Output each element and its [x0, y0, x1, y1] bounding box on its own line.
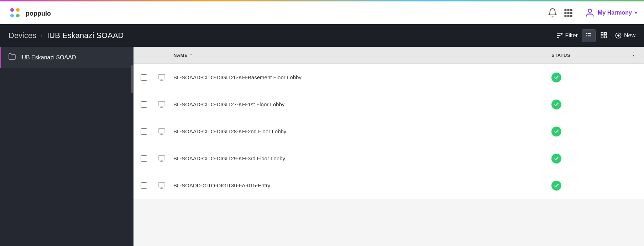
svg-rect-32 — [158, 74, 165, 79]
row-status-cell — [551, 127, 623, 137]
header-more-icon[interactable]: ⋮ — [630, 51, 637, 59]
breadcrumb-current: IUB Eskanazi SOAAD — [47, 31, 124, 40]
header-name-col[interactable]: NAME ↑ — [173, 52, 551, 58]
table-body: BL-SOAAD-CITO-DIGIT26-KH-Basement Floor … — [133, 64, 644, 199]
row-device-icon-cell — [158, 182, 173, 189]
row-checkbox[interactable] — [141, 74, 158, 81]
checkbox-input[interactable] — [141, 128, 147, 135]
checkmark-icon — [554, 75, 559, 80]
svg-point-2 — [10, 14, 14, 17]
svg-rect-12 — [567, 15, 570, 17]
table-row[interactable]: BL-SOAAD-CITO-DIGIT27-KH-1st Floor Lobby — [133, 91, 644, 118]
svg-rect-44 — [158, 182, 165, 187]
svg-point-18 — [561, 33, 562, 34]
sidebar: IUB Eskanazi SOAAD — [0, 47, 133, 246]
svg-rect-26 — [604, 32, 607, 34]
status-ok-icon — [551, 100, 561, 109]
device-icon — [158, 128, 166, 135]
breadcrumb-separator: › — [41, 32, 43, 39]
header-right: My Harmony ▾ — [548, 7, 637, 18]
checkbox-input[interactable] — [141, 74, 147, 81]
svg-rect-35 — [158, 101, 165, 106]
svg-rect-28 — [604, 36, 607, 38]
checkmark-icon — [554, 183, 559, 188]
row-status-cell — [551, 181, 623, 191]
svg-rect-8 — [564, 12, 566, 14]
grid-view-button[interactable] — [597, 29, 611, 42]
device-icon — [158, 101, 166, 108]
svg-point-1 — [16, 8, 20, 12]
main-header: poppulo My Harmony — [0, 1, 644, 24]
new-plus-icon — [615, 32, 622, 39]
breadcrumb: Devices › IUB Eskanazi SOAAD — [9, 31, 124, 40]
device-icon — [158, 182, 166, 189]
breadcrumb-parent[interactable]: Devices — [9, 31, 36, 40]
name-column-label: NAME — [173, 53, 188, 58]
svg-rect-9 — [567, 12, 570, 14]
checkbox-input[interactable] — [141, 101, 147, 108]
svg-rect-41 — [158, 155, 165, 160]
status-ok-icon — [551, 154, 561, 164]
checkbox-input[interactable] — [141, 182, 147, 189]
row-checkbox[interactable] — [141, 101, 158, 108]
status-ok-icon — [551, 181, 561, 191]
filter-icon — [556, 32, 563, 39]
sub-header: Devices › IUB Eskanazi SOAAD Filter — [0, 24, 644, 47]
row-checkbox[interactable] — [141, 128, 158, 135]
svg-rect-5 — [564, 9, 566, 11]
table-header: NAME ↑ STATUS ⋮ — [133, 47, 644, 64]
row-checkbox[interactable] — [141, 182, 158, 189]
notification-bell-icon[interactable] — [548, 8, 557, 18]
apps-grid-icon[interactable] — [563, 8, 573, 18]
row-checkbox[interactable] — [141, 155, 158, 162]
new-button[interactable]: New — [615, 32, 635, 39]
row-device-name: BL-SOADD-CITO-DIGIT30-FA-015-Entry — [173, 182, 551, 188]
row-device-icon-cell — [158, 74, 173, 81]
sort-asc-icon: ↑ — [190, 52, 193, 58]
list-view-icon — [585, 32, 592, 39]
row-device-name: BL-SOAAD-CITO-DIGIT28-KH-2nd Floor Lobby — [173, 128, 551, 134]
svg-rect-13 — [570, 15, 572, 17]
row-device-name: BL-SOAAD-CITO-DIGIT27-KH-1st Floor Lobby — [173, 101, 551, 107]
view-toggle — [582, 29, 611, 42]
sidebar-item-iub[interactable]: IUB Eskanazi SOAAD — [0, 47, 133, 68]
svg-rect-11 — [564, 15, 566, 17]
header-more-col: ⋮ — [623, 51, 637, 59]
sub-header-actions: Filter — [556, 29, 635, 42]
logo: poppulo — [7, 5, 61, 21]
new-label: New — [624, 32, 635, 39]
sidebar-item-label: IUB Eskanazi SOAAD — [20, 54, 76, 61]
svg-point-14 — [588, 9, 591, 12]
table-row[interactable]: BL-SOAAD-CITO-DIGIT26-KH-Basement Floor … — [133, 64, 644, 91]
row-device-name: BL-SOAAD-CITO-DIGIT29-KH-3rd Floor Lobby — [173, 155, 551, 161]
user-menu[interactable]: My Harmony ▾ — [585, 8, 637, 18]
table-row[interactable]: BL-SOADD-CITO-DIGIT30-FA-015-Entry — [133, 172, 644, 199]
content-area: NAME ↑ STATUS ⋮ BL-SOAAD-CITO-D — [133, 47, 644, 246]
header-status-col: STATUS — [551, 53, 623, 58]
checkmark-icon — [554, 156, 559, 161]
row-device-name: BL-SOAAD-CITO-DIGIT26-KH-Basement Floor … — [173, 74, 551, 80]
row-device-icon-cell — [158, 128, 173, 135]
status-ok-icon — [551, 127, 561, 137]
svg-rect-7 — [570, 9, 572, 11]
svg-text:poppulo: poppulo — [26, 10, 51, 17]
grid-view-icon — [600, 32, 607, 39]
table-row[interactable]: BL-SOAAD-CITO-DIGIT28-KH-2nd Floor Lobby — [133, 118, 644, 145]
svg-point-0 — [10, 8, 14, 12]
svg-rect-6 — [567, 9, 570, 11]
list-view-button[interactable] — [582, 29, 596, 42]
svg-rect-25 — [601, 32, 603, 34]
poppulo-logo — [7, 5, 23, 21]
user-name: My Harmony — [598, 10, 632, 16]
chevron-down-icon: ▾ — [635, 10, 637, 15]
table-row[interactable]: BL-SOAAD-CITO-DIGIT29-KH-3rd Floor Lobby — [133, 145, 644, 172]
row-status-cell — [551, 100, 623, 109]
folder-icon — [8, 53, 16, 62]
checkmark-icon — [554, 102, 559, 107]
device-icon — [158, 155, 166, 162]
header-divider — [579, 7, 579, 18]
checkbox-input[interactable] — [141, 155, 147, 162]
filter-button[interactable]: Filter — [556, 32, 578, 39]
svg-rect-10 — [570, 12, 572, 14]
scrollbar-thumb[interactable] — [131, 65, 133, 93]
